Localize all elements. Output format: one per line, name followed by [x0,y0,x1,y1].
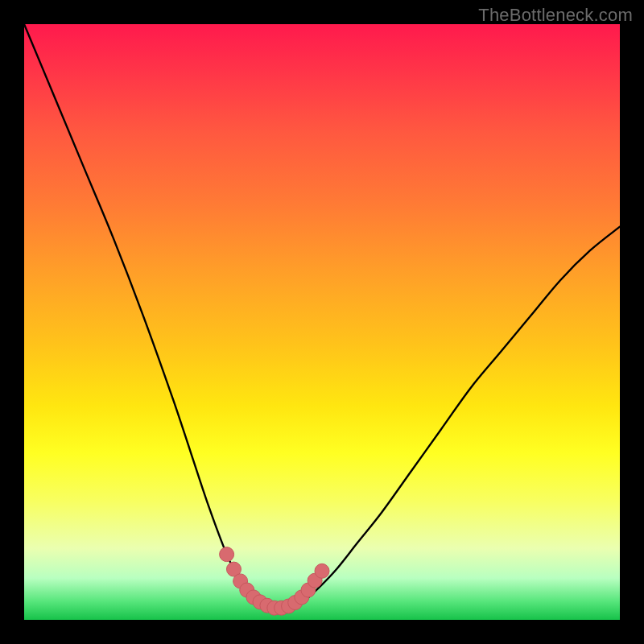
chart-frame: TheBottleneck.com [0,0,644,644]
plot-area [24,24,620,620]
highlight-marker [315,564,329,578]
bottleneck-curve [24,24,620,609]
highlight-marker [220,547,234,562]
highlight-markers [220,547,329,616]
watermark-text: TheBottleneck.com [478,5,633,26]
curve-svg [24,24,620,620]
